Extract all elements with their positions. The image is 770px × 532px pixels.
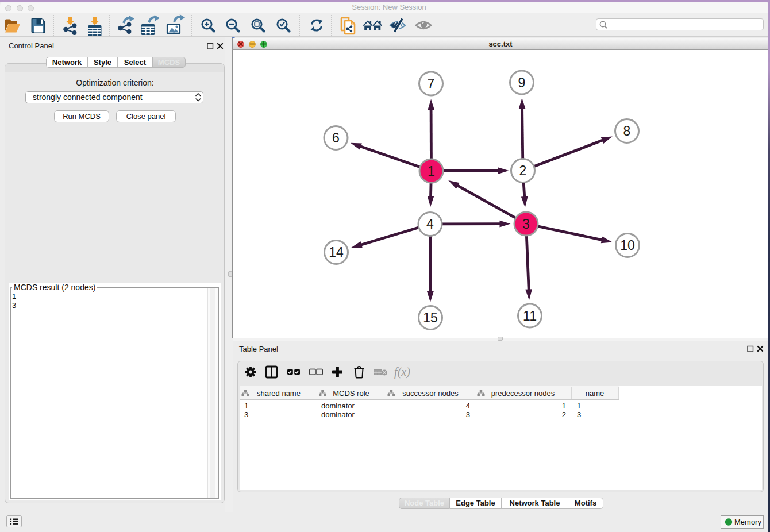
svg-text:f(x): f(x): [394, 365, 410, 379]
svg-text:7: 7: [428, 76, 435, 91]
svg-text:14: 14: [329, 245, 344, 260]
svg-text:2: 2: [519, 163, 527, 178]
svg-text:8: 8: [623, 124, 631, 138]
svg-text:4: 4: [426, 217, 434, 232]
svg-text:1: 1: [428, 164, 435, 179]
svg-text:15: 15: [423, 310, 438, 325]
svg-text:9: 9: [518, 75, 526, 90]
svg-text:11: 11: [523, 309, 537, 323]
svg-text:10: 10: [620, 238, 635, 253]
svg-text:3: 3: [522, 217, 530, 232]
svg-text:6: 6: [332, 130, 340, 145]
svg-text:Memory: Memory: [734, 518, 761, 526]
